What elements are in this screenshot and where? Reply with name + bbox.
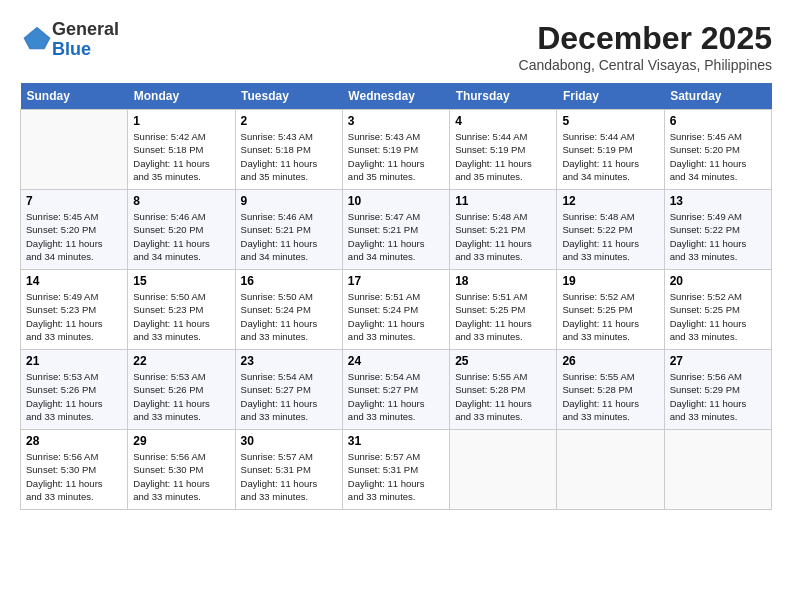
day-number: 30 bbox=[241, 434, 337, 448]
day-info: Sunrise: 5:52 AM Sunset: 5:25 PM Dayligh… bbox=[670, 290, 766, 343]
day-number: 20 bbox=[670, 274, 766, 288]
calendar-cell: 16Sunrise: 5:50 AM Sunset: 5:24 PM Dayli… bbox=[235, 270, 342, 350]
weekday-thursday: Thursday bbox=[450, 83, 557, 110]
day-number: 3 bbox=[348, 114, 444, 128]
day-info: Sunrise: 5:54 AM Sunset: 5:27 PM Dayligh… bbox=[241, 370, 337, 423]
day-number: 2 bbox=[241, 114, 337, 128]
day-info: Sunrise: 5:49 AM Sunset: 5:23 PM Dayligh… bbox=[26, 290, 122, 343]
day-number: 29 bbox=[133, 434, 229, 448]
day-info: Sunrise: 5:56 AM Sunset: 5:30 PM Dayligh… bbox=[26, 450, 122, 503]
day-number: 16 bbox=[241, 274, 337, 288]
day-info: Sunrise: 5:48 AM Sunset: 5:22 PM Dayligh… bbox=[562, 210, 658, 263]
weekday-wednesday: Wednesday bbox=[342, 83, 449, 110]
day-info: Sunrise: 5:45 AM Sunset: 5:20 PM Dayligh… bbox=[670, 130, 766, 183]
calendar-cell: 10Sunrise: 5:47 AM Sunset: 5:21 PM Dayli… bbox=[342, 190, 449, 270]
day-number: 19 bbox=[562, 274, 658, 288]
week-row-4: 21Sunrise: 5:53 AM Sunset: 5:26 PM Dayli… bbox=[21, 350, 772, 430]
day-info: Sunrise: 5:50 AM Sunset: 5:23 PM Dayligh… bbox=[133, 290, 229, 343]
day-number: 6 bbox=[670, 114, 766, 128]
weekday-friday: Friday bbox=[557, 83, 664, 110]
location-subtitle: Candabong, Central Visayas, Philippines bbox=[519, 57, 772, 73]
calendar-cell: 21Sunrise: 5:53 AM Sunset: 5:26 PM Dayli… bbox=[21, 350, 128, 430]
day-info: Sunrise: 5:44 AM Sunset: 5:19 PM Dayligh… bbox=[562, 130, 658, 183]
day-info: Sunrise: 5:47 AM Sunset: 5:21 PM Dayligh… bbox=[348, 210, 444, 263]
title-area: December 2025 Candabong, Central Visayas… bbox=[519, 20, 772, 73]
day-number: 27 bbox=[670, 354, 766, 368]
day-number: 8 bbox=[133, 194, 229, 208]
day-info: Sunrise: 5:57 AM Sunset: 5:31 PM Dayligh… bbox=[348, 450, 444, 503]
calendar-cell: 3Sunrise: 5:43 AM Sunset: 5:19 PM Daylig… bbox=[342, 110, 449, 190]
week-row-3: 14Sunrise: 5:49 AM Sunset: 5:23 PM Dayli… bbox=[21, 270, 772, 350]
calendar-cell bbox=[557, 430, 664, 510]
calendar-cell: 13Sunrise: 5:49 AM Sunset: 5:22 PM Dayli… bbox=[664, 190, 771, 270]
day-info: Sunrise: 5:55 AM Sunset: 5:28 PM Dayligh… bbox=[455, 370, 551, 423]
week-row-2: 7Sunrise: 5:45 AM Sunset: 5:20 PM Daylig… bbox=[21, 190, 772, 270]
day-number: 14 bbox=[26, 274, 122, 288]
day-info: Sunrise: 5:53 AM Sunset: 5:26 PM Dayligh… bbox=[133, 370, 229, 423]
day-number: 18 bbox=[455, 274, 551, 288]
calendar-cell: 4Sunrise: 5:44 AM Sunset: 5:19 PM Daylig… bbox=[450, 110, 557, 190]
day-number: 15 bbox=[133, 274, 229, 288]
day-info: Sunrise: 5:57 AM Sunset: 5:31 PM Dayligh… bbox=[241, 450, 337, 503]
day-number: 11 bbox=[455, 194, 551, 208]
logo-icon bbox=[22, 23, 52, 53]
day-number: 31 bbox=[348, 434, 444, 448]
day-number: 10 bbox=[348, 194, 444, 208]
weekday-sunday: Sunday bbox=[21, 83, 128, 110]
day-info: Sunrise: 5:45 AM Sunset: 5:20 PM Dayligh… bbox=[26, 210, 122, 263]
day-info: Sunrise: 5:43 AM Sunset: 5:19 PM Dayligh… bbox=[348, 130, 444, 183]
calendar-cell: 1Sunrise: 5:42 AM Sunset: 5:18 PM Daylig… bbox=[128, 110, 235, 190]
day-info: Sunrise: 5:49 AM Sunset: 5:22 PM Dayligh… bbox=[670, 210, 766, 263]
day-number: 26 bbox=[562, 354, 658, 368]
day-info: Sunrise: 5:55 AM Sunset: 5:28 PM Dayligh… bbox=[562, 370, 658, 423]
day-number: 4 bbox=[455, 114, 551, 128]
calendar-cell: 11Sunrise: 5:48 AM Sunset: 5:21 PM Dayli… bbox=[450, 190, 557, 270]
calendar-cell bbox=[664, 430, 771, 510]
day-info: Sunrise: 5:56 AM Sunset: 5:29 PM Dayligh… bbox=[670, 370, 766, 423]
calendar-cell: 17Sunrise: 5:51 AM Sunset: 5:24 PM Dayli… bbox=[342, 270, 449, 350]
logo: General Blue bbox=[20, 20, 119, 60]
header: General Blue December 2025 Candabong, Ce… bbox=[20, 20, 772, 73]
calendar-cell: 18Sunrise: 5:51 AM Sunset: 5:25 PM Dayli… bbox=[450, 270, 557, 350]
weekday-header-row: SundayMondayTuesdayWednesdayThursdayFrid… bbox=[21, 83, 772, 110]
calendar-cell: 7Sunrise: 5:45 AM Sunset: 5:20 PM Daylig… bbox=[21, 190, 128, 270]
calendar-cell: 2Sunrise: 5:43 AM Sunset: 5:18 PM Daylig… bbox=[235, 110, 342, 190]
calendar-cell bbox=[450, 430, 557, 510]
day-info: Sunrise: 5:42 AM Sunset: 5:18 PM Dayligh… bbox=[133, 130, 229, 183]
calendar-cell: 26Sunrise: 5:55 AM Sunset: 5:28 PM Dayli… bbox=[557, 350, 664, 430]
day-number: 7 bbox=[26, 194, 122, 208]
day-number: 9 bbox=[241, 194, 337, 208]
day-info: Sunrise: 5:53 AM Sunset: 5:26 PM Dayligh… bbox=[26, 370, 122, 423]
day-info: Sunrise: 5:50 AM Sunset: 5:24 PM Dayligh… bbox=[241, 290, 337, 343]
day-number: 17 bbox=[348, 274, 444, 288]
day-number: 5 bbox=[562, 114, 658, 128]
calendar-cell: 12Sunrise: 5:48 AM Sunset: 5:22 PM Dayli… bbox=[557, 190, 664, 270]
calendar-cell: 28Sunrise: 5:56 AM Sunset: 5:30 PM Dayli… bbox=[21, 430, 128, 510]
weekday-monday: Monday bbox=[128, 83, 235, 110]
calendar-cell: 14Sunrise: 5:49 AM Sunset: 5:23 PM Dayli… bbox=[21, 270, 128, 350]
calendar-cell: 31Sunrise: 5:57 AM Sunset: 5:31 PM Dayli… bbox=[342, 430, 449, 510]
calendar-body: 1Sunrise: 5:42 AM Sunset: 5:18 PM Daylig… bbox=[21, 110, 772, 510]
calendar-cell: 5Sunrise: 5:44 AM Sunset: 5:19 PM Daylig… bbox=[557, 110, 664, 190]
weekday-tuesday: Tuesday bbox=[235, 83, 342, 110]
day-info: Sunrise: 5:48 AM Sunset: 5:21 PM Dayligh… bbox=[455, 210, 551, 263]
weekday-saturday: Saturday bbox=[664, 83, 771, 110]
month-title: December 2025 bbox=[519, 20, 772, 57]
day-number: 1 bbox=[133, 114, 229, 128]
day-info: Sunrise: 5:51 AM Sunset: 5:24 PM Dayligh… bbox=[348, 290, 444, 343]
week-row-1: 1Sunrise: 5:42 AM Sunset: 5:18 PM Daylig… bbox=[21, 110, 772, 190]
day-number: 22 bbox=[133, 354, 229, 368]
day-info: Sunrise: 5:46 AM Sunset: 5:21 PM Dayligh… bbox=[241, 210, 337, 263]
calendar-cell: 30Sunrise: 5:57 AM Sunset: 5:31 PM Dayli… bbox=[235, 430, 342, 510]
calendar-cell: 15Sunrise: 5:50 AM Sunset: 5:23 PM Dayli… bbox=[128, 270, 235, 350]
calendar-cell: 20Sunrise: 5:52 AM Sunset: 5:25 PM Dayli… bbox=[664, 270, 771, 350]
day-number: 12 bbox=[562, 194, 658, 208]
calendar-cell: 24Sunrise: 5:54 AM Sunset: 5:27 PM Dayli… bbox=[342, 350, 449, 430]
calendar-table: SundayMondayTuesdayWednesdayThursdayFrid… bbox=[20, 83, 772, 510]
calendar-cell: 19Sunrise: 5:52 AM Sunset: 5:25 PM Dayli… bbox=[557, 270, 664, 350]
day-number: 23 bbox=[241, 354, 337, 368]
calendar-cell: 22Sunrise: 5:53 AM Sunset: 5:26 PM Dayli… bbox=[128, 350, 235, 430]
day-info: Sunrise: 5:52 AM Sunset: 5:25 PM Dayligh… bbox=[562, 290, 658, 343]
calendar-cell: 23Sunrise: 5:54 AM Sunset: 5:27 PM Dayli… bbox=[235, 350, 342, 430]
day-number: 13 bbox=[670, 194, 766, 208]
